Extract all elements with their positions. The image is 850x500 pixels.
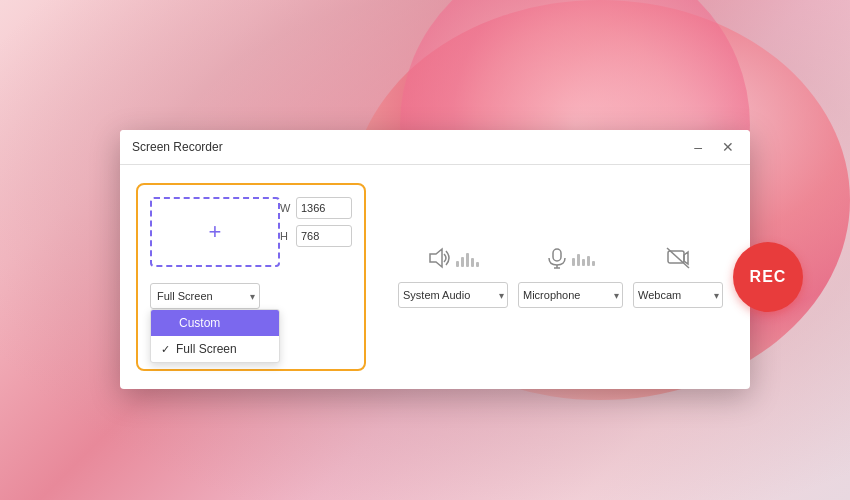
microphone-bars xyxy=(572,254,595,266)
webcam-icon xyxy=(666,247,690,274)
bar-4 xyxy=(471,258,474,267)
screen-recorder-window: Screen Recorder – ✕ + W xyxy=(120,130,750,389)
title-bar: Screen Recorder – ✕ xyxy=(120,130,750,165)
microphone-icon-row xyxy=(546,247,595,274)
close-button[interactable]: ✕ xyxy=(718,138,738,156)
mic-bar-2 xyxy=(577,254,580,266)
area-preview[interactable]: + xyxy=(150,197,280,267)
bar-5 xyxy=(476,262,479,267)
speaker-icon xyxy=(428,247,452,274)
main-content: + W H Full Scre xyxy=(120,165,750,389)
svg-marker-5 xyxy=(684,252,688,264)
mic-bar-5 xyxy=(592,261,595,266)
svg-marker-0 xyxy=(430,249,442,267)
av-controls: System Audio xyxy=(398,242,803,312)
system-audio-bars xyxy=(456,253,479,267)
microphone-select[interactable]: Microphone xyxy=(518,282,623,308)
webcam-group: Webcam xyxy=(633,247,723,308)
mic-bar-4 xyxy=(587,256,590,266)
mic-bar-3 xyxy=(582,259,585,266)
height-label: H xyxy=(280,230,292,242)
bar-1 xyxy=(456,261,459,267)
window-title: Screen Recorder xyxy=(132,140,223,154)
system-audio-icon-row xyxy=(428,247,479,274)
height-input[interactable] xyxy=(296,225,352,247)
webcam-select[interactable]: Webcam xyxy=(633,282,723,308)
width-input[interactable] xyxy=(296,197,352,219)
system-audio-group: System Audio xyxy=(398,247,508,308)
svg-rect-1 xyxy=(553,249,561,261)
record-area-panel: + W H Full Scre xyxy=(136,183,366,371)
mode-dropdown-menu: Custom Full Screen xyxy=(150,309,280,363)
width-row: W xyxy=(280,197,352,219)
fullscreen-option-label: Full Screen xyxy=(176,342,237,356)
minimize-button[interactable]: – xyxy=(690,138,706,156)
system-audio-select-wrapper: System Audio xyxy=(398,282,508,308)
mode-dropdown-row: Full Screen Custom Custom Full Screen xyxy=(150,283,352,309)
mode-select[interactable]: Full Screen Custom xyxy=(150,283,260,309)
width-label: W xyxy=(280,202,292,214)
dropdown-item-custom[interactable]: Custom xyxy=(151,310,279,336)
rec-label: REC xyxy=(750,268,787,286)
system-audio-select[interactable]: System Audio xyxy=(398,282,508,308)
custom-option-label: Custom xyxy=(179,316,220,330)
add-area-icon: + xyxy=(209,221,222,243)
height-row: H xyxy=(280,225,352,247)
microphone-icon xyxy=(546,247,568,274)
rec-button[interactable]: REC xyxy=(733,242,803,312)
webcam-select-wrapper: Webcam xyxy=(633,282,723,308)
microphone-select-wrapper: Microphone xyxy=(518,282,623,308)
bar-2 xyxy=(461,257,464,267)
bar-3 xyxy=(466,253,469,267)
webcam-icon-row xyxy=(666,247,690,274)
mic-bar-1 xyxy=(572,258,575,266)
dimensions-panel: W H xyxy=(280,197,352,247)
title-controls: – ✕ xyxy=(690,138,738,156)
dropdown-item-fullscreen[interactable]: Full Screen xyxy=(151,336,279,362)
mode-select-wrapper: Full Screen Custom xyxy=(150,283,260,309)
microphone-group: Microphone xyxy=(518,247,623,308)
